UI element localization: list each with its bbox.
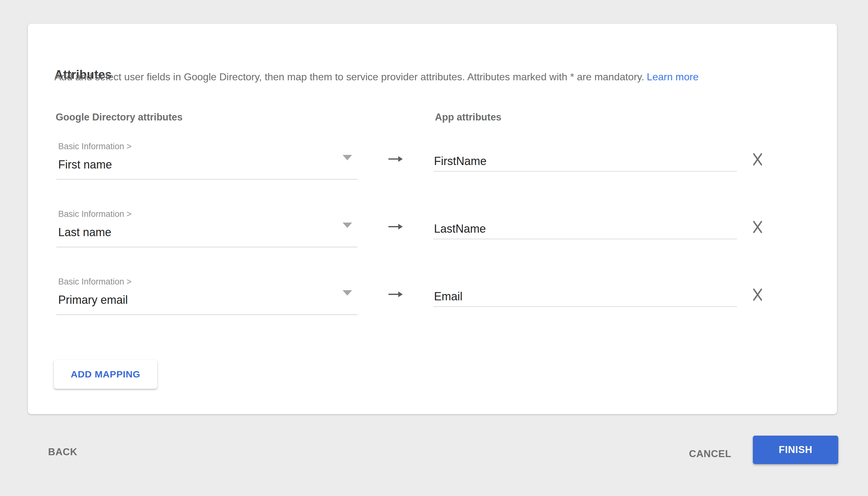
learn-more-link[interactable]: Learn more: [647, 71, 699, 82]
caret-down-icon: [342, 290, 352, 296]
finish-button[interactable]: FINISH: [753, 436, 838, 464]
directory-attribute-value: Last name: [58, 226, 111, 239]
app-attribute-value: FirstName: [434, 155, 487, 168]
attributes-card: Attributes Add and select user fields in…: [28, 24, 837, 414]
input-underline: [433, 239, 737, 239]
input-underline: [433, 306, 737, 307]
add-mapping-button[interactable]: ADD MAPPING: [54, 360, 157, 389]
app-attributes-header: App attributes: [435, 112, 501, 123]
mapping-row: Basic Information > First name FirstName: [28, 142, 837, 195]
directory-attribute-value: First name: [58, 158, 112, 171]
attribute-category-label: Basic Information >: [58, 277, 132, 287]
right-arrow-icon: [389, 292, 403, 297]
attribute-category-label: Basic Information >: [58, 142, 132, 152]
directory-attribute-value: Primary email: [58, 293, 128, 307]
description: Add and select user fields in Google Dir…: [55, 71, 698, 83]
mapping-row: Basic Information > Primary email Email: [28, 277, 837, 331]
mapping-row: Basic Information > Last name LastName: [28, 209, 837, 263]
dropdown-underline: [56, 247, 358, 248]
caret-down-icon: [342, 222, 352, 228]
close-icon[interactable]: [751, 288, 764, 301]
caret-down-icon: [342, 155, 352, 160]
right-arrow-icon: [389, 156, 403, 162]
close-icon[interactable]: [751, 153, 764, 166]
back-button[interactable]: BACK: [48, 446, 77, 458]
input-underline: [433, 171, 737, 172]
description-text: Add and select user fields in Google Dir…: [55, 71, 644, 82]
attribute-category-label: Basic Information >: [58, 209, 132, 219]
google-directory-attributes-header: Google Directory attributes: [56, 112, 183, 123]
dropdown-underline: [56, 314, 358, 315]
app-attribute-value: LastName: [434, 222, 486, 235]
page-background: Attributes Add and select user fields in…: [0, 0, 868, 496]
close-icon[interactable]: [751, 220, 764, 234]
right-arrow-icon: [389, 224, 403, 230]
dropdown-underline: [56, 179, 358, 180]
cancel-button[interactable]: CANCEL: [689, 448, 731, 460]
app-attribute-value: Email: [434, 290, 462, 303]
